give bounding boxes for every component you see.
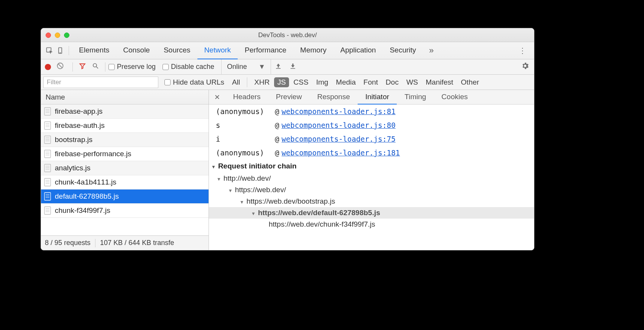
svg-point-5 [93,64,97,67]
inspect-element-icon[interactable] [44,47,55,54]
divider [247,77,247,87]
upload-icon[interactable] [271,62,286,71]
file-icon [44,164,51,172]
settings-icon[interactable] [521,62,529,72]
request-row[interactable]: firebase-app.js [41,105,209,119]
detail-tab-headers[interactable]: Headers [225,90,268,105]
stack-source-link[interactable]: webcomponents-loader.js:80 [281,121,395,129]
type-filter-media[interactable]: Media [333,77,359,87]
type-filter-all[interactable]: All [229,77,243,87]
file-icon [44,121,51,130]
chain-node[interactable]: https://web.dev/bootstrap.js [209,196,534,207]
request-name: firebase-auth.js [55,121,105,130]
traffic-lights [46,33,69,38]
close-window-button[interactable] [46,33,51,38]
hide-data-urls-toggle[interactable]: Hide data URLs [164,78,224,87]
request-name: firebase-performance.js [55,150,131,158]
stack-source-link[interactable]: webcomponents-loader.js:81 [281,107,395,116]
initiator-content: (anonymous)@webcomponents-loader.js:81s@… [209,105,534,250]
type-filter-img[interactable]: Img [313,77,332,87]
request-row[interactable]: bootstrap.js [41,133,209,147]
chain-node[interactable]: https://web.dev/chunk-f34f99f7.js [209,219,534,230]
type-filter-css[interactable]: CSS [291,77,312,87]
throttling-dropdown[interactable]: Online ▼ [221,59,271,75]
disclosure-triangle-icon [228,186,235,194]
type-filter-ws[interactable]: WS [403,77,421,87]
detail-tab-response[interactable]: Response [309,90,358,105]
disable-cache-checkbox[interactable] [163,64,169,70]
stack-function: (anonymous) [209,107,275,116]
tab-console[interactable]: Console [116,42,157,59]
more-menu-icon[interactable]: ⋮ [513,46,532,55]
zoom-window-button[interactable] [64,33,69,38]
disable-cache-label: Disable cache [171,63,214,71]
chain-node[interactable]: http://web.dev/ [209,173,534,184]
request-row[interactable]: chunk-f34f99f7.js [41,204,209,218]
request-name: bootstrap.js [55,136,92,144]
divider [95,239,95,247]
chain-url: http://web.dev/ [223,174,271,183]
clear-icon[interactable] [56,62,67,72]
filter-input[interactable]: Filter [43,77,158,88]
hide-data-urls-checkbox[interactable] [164,79,171,85]
request-row[interactable]: chunk-4a1b4111.js [41,175,209,190]
tab-elements[interactable]: Elements [72,42,116,59]
svg-rect-29 [44,178,51,186]
request-detail-pane: ✕ HeadersPreviewResponseInitiatorTimingC… [209,90,534,250]
resource-type-filters: AllXHRJSCSSImgMediaFontDocWSManifestOthe… [228,77,483,87]
svg-rect-17 [44,136,51,144]
type-filter-other[interactable]: Other [458,77,482,87]
close-detail-button[interactable]: ✕ [209,93,225,101]
initiator-chain-header[interactable]: Request initiator chain [209,160,534,173]
initiator-chain-title: Request initiator chain [218,162,297,170]
detail-tab-preview[interactable]: Preview [268,90,310,105]
tab-memory[interactable]: Memory [293,42,334,59]
download-icon[interactable] [286,62,300,71]
chain-node[interactable]: https://web.dev/default-627898b5.js [209,207,534,219]
divider [69,46,69,55]
svg-rect-37 [44,207,51,214]
stack-source-link[interactable]: webcomponents-loader.js:75 [281,135,395,143]
type-filter-manifest[interactable]: Manifest [423,77,457,87]
request-row[interactable]: firebase-performance.js [41,147,209,161]
detail-tabs: HeadersPreviewResponseInitiatorTimingCoo… [225,90,475,105]
detail-tab-cookies[interactable]: Cookies [434,90,476,105]
svg-rect-7 [276,68,281,69]
request-row[interactable]: default-627898b5.js [41,190,209,204]
stack-source-link[interactable]: webcomponents-loader.js:181 [281,149,400,157]
network-body: Name firebase-app.jsfirebase-auth.jsboot… [41,90,534,250]
svg-line-6 [96,67,98,69]
detail-tab-timing[interactable]: Timing [397,90,434,105]
device-toolbar-icon[interactable] [55,47,66,54]
tab-sources[interactable]: Sources [157,42,197,59]
request-row[interactable]: firebase-auth.js [41,119,209,133]
search-icon[interactable] [89,62,102,71]
type-filter-js[interactable]: JS [274,77,289,87]
record-button[interactable] [45,64,51,70]
tabs-overflow-button[interactable]: » [423,46,440,56]
chain-node[interactable]: https://web.dev/ [209,184,534,196]
tab-performance[interactable]: Performance [238,42,293,59]
type-filter-font[interactable]: Font [360,77,381,87]
filter-toggle-icon[interactable] [76,62,89,71]
preserve-log-toggle[interactable]: Preserve log [108,63,156,71]
transfer-size: 107 KB / 644 KB transfe [100,239,174,247]
at-symbol: @ [275,135,279,143]
tab-security[interactable]: Security [383,42,423,59]
stack-frame: (anonymous)@webcomponents-loader.js:181 [209,146,534,160]
column-header-name[interactable]: Name [41,90,209,105]
disable-cache-toggle[interactable]: Disable cache [163,63,214,71]
detail-tab-initiator[interactable]: Initiator [358,90,397,105]
type-filter-doc[interactable]: Doc [383,77,402,87]
minimize-window-button[interactable] [55,33,60,38]
svg-rect-8 [291,68,295,69]
request-name: default-627898b5.js [55,192,119,201]
request-name: chunk-4a1b4111.js [55,178,117,186]
request-row[interactable]: analytics.js [41,161,209,175]
stack-function: s [209,121,275,129]
disclosure-triangle-icon [251,209,258,217]
type-filter-xhr[interactable]: XHR [251,77,273,87]
tab-application[interactable]: Application [334,42,383,59]
tab-network[interactable]: Network [197,42,238,59]
preserve-log-checkbox[interactable] [108,64,115,70]
